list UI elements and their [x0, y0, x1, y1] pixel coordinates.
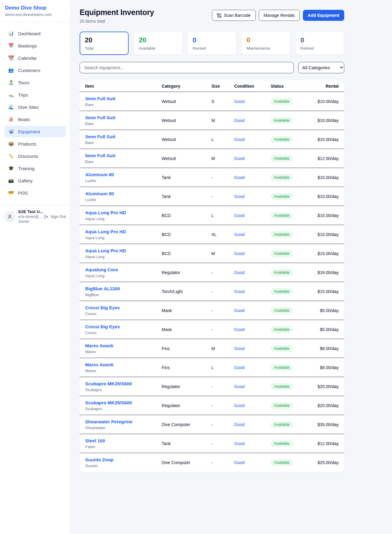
condition-link[interactable]: Good — [234, 346, 245, 351]
item-link[interactable]: 3mm Full Suit — [85, 115, 162, 120]
stat-card-total[interactable]: 20 Total — [80, 32, 129, 55]
item-link[interactable]: Aqua Lung Pro HD — [85, 229, 162, 234]
rental-cell: $20.00/day — [309, 396, 344, 415]
search-input[interactable] — [80, 62, 294, 73]
training-icon: 🎓 — [8, 166, 14, 171]
sidebar-item-equipment[interactable]: 🤿 Equipment — [4, 126, 66, 137]
condition-link[interactable]: Good — [234, 403, 245, 408]
sidebar-item-tours[interactable]: 🏝️ Tours — [4, 77, 66, 88]
sidebar-item-customers[interactable]: 👥 Customers — [4, 64, 66, 76]
status-badge: Available — [271, 459, 293, 466]
condition-link[interactable]: Good — [234, 327, 245, 332]
category-cell: Regulator — [162, 377, 211, 396]
size-cell: M — [211, 149, 234, 168]
products-icon: 📦 — [8, 141, 14, 147]
stat-card-rented[interactable]: 0 Rented — [187, 32, 236, 55]
title-block: Equipment Inventory 20 items total — [80, 8, 154, 24]
column-header-size: Size — [211, 80, 234, 92]
item-link[interactable]: Steel 100 — [85, 438, 162, 443]
item-brand: Aqua Lung — [85, 273, 162, 278]
status-badge: Available — [271, 288, 293, 295]
item-brand: Shearwater — [85, 425, 162, 430]
item-link[interactable]: 3mm Full Suit — [85, 96, 162, 101]
item-brand: Cressi — [85, 311, 162, 316]
condition-link[interactable]: Good — [234, 289, 245, 294]
sidebar-item-label: Discounts — [18, 154, 38, 159]
manage-rentals-button[interactable]: Manage Rentals — [259, 10, 300, 21]
sidebar-item-training[interactable]: 🎓 Training — [4, 162, 66, 174]
condition-link[interactable]: Good — [234, 270, 245, 275]
item-link[interactable]: 5mm Full Suit — [85, 153, 162, 158]
item-link[interactable]: Cressi Big Eyes — [85, 305, 162, 310]
barcode-scan-icon — [217, 13, 221, 18]
item-link[interactable]: Aqua Lung Pro HD — [85, 248, 162, 253]
item-link[interactable]: Aqualung Core — [85, 267, 162, 272]
sidebar-item-dive-sites[interactable]: 🌊 Dive Sites — [4, 101, 66, 113]
condition-link[interactable]: Good — [234, 232, 245, 237]
condition-link[interactable]: Good — [234, 384, 245, 389]
sidebar-item-calendar[interactable]: 📆 Calendar — [4, 52, 66, 64]
category-cell: Fins — [162, 339, 211, 358]
add-equipment-button[interactable]: Add Equipment — [303, 10, 344, 21]
item-link[interactable]: Aluminum 80 — [85, 191, 162, 196]
stat-value: 0 — [300, 36, 339, 44]
item-link[interactable]: Shearwater Peregrine — [85, 419, 162, 424]
condition-link[interactable]: Good — [234, 365, 245, 370]
scan-barcode-label: Scan Barcode — [224, 13, 251, 18]
stat-card-retired[interactable]: 0 Retired — [295, 32, 344, 55]
table-row: Shearwater Peregrine Shearwater Dive Com… — [80, 415, 344, 434]
sidebar-item-dashboard[interactable]: 📊 Dashboard — [4, 28, 66, 39]
item-link[interactable]: Mares Avanti — [85, 362, 162, 367]
equipment-table: Item Category Size Condition Status Rent… — [80, 80, 344, 472]
condition-link[interactable]: Good — [234, 118, 245, 123]
table-row: Cressi Big Eyes Cressi Mask - Good Avail… — [80, 301, 344, 320]
condition-link[interactable]: Good — [234, 460, 245, 465]
item-link[interactable]: 3mm Full Suit — [85, 134, 162, 139]
sidebar-item-discounts[interactable]: 🏷️ Discounts — [4, 150, 66, 162]
condition-link[interactable]: Good — [234, 156, 245, 161]
sidebar-item-products[interactable]: 📦 Products — [4, 138, 66, 150]
condition-link[interactable]: Good — [234, 194, 245, 199]
boats-icon: ⛵ — [8, 116, 14, 122]
item-link[interactable]: Scubapro MK25/S600 — [85, 400, 162, 405]
condition-link[interactable]: Good — [234, 251, 245, 256]
category-select[interactable]: All Categories — [298, 62, 344, 73]
scan-barcode-button[interactable]: Scan Barcode — [212, 10, 256, 21]
bookings-icon: 📅 — [8, 43, 14, 48]
rental-cell: $5.00/day — [309, 320, 344, 339]
item-link[interactable]: Aqua Lung Pro HD — [85, 210, 162, 215]
condition-link[interactable]: Good — [234, 175, 245, 180]
table-row: Mares Avanti Mares Fins L Good Available… — [80, 358, 344, 377]
item-link[interactable]: BigBlue AL1200 — [85, 286, 162, 291]
sidebar-item-pos[interactable]: 💳 POS — [4, 187, 66, 199]
sidebar-item-gallery[interactable]: 📸 Gallery — [4, 175, 66, 186]
item-link[interactable]: Aluminum 80 — [85, 172, 162, 177]
item-link[interactable]: Scubapro MK25/S600 — [85, 381, 162, 386]
condition-link[interactable]: Good — [234, 213, 245, 218]
item-link[interactable]: Suunto Zoop — [85, 457, 162, 462]
size-cell: M — [211, 111, 234, 130]
sidebar-item-boats[interactable]: ⛵ Boats — [4, 113, 66, 125]
column-header-status: Status — [271, 80, 309, 92]
sidebar-item-label: Training — [18, 166, 35, 171]
item-brand: Bare — [85, 159, 162, 164]
condition-link[interactable]: Good — [234, 422, 245, 427]
sidebar-item-bookings[interactable]: 📅 Bookings — [4, 40, 66, 51]
rental-cell: $15.00/day — [309, 244, 344, 263]
condition-link[interactable]: Good — [234, 99, 245, 104]
condition-link[interactable]: Good — [234, 308, 245, 313]
sign-out-button[interactable]: Sign Out — [43, 214, 66, 219]
item-link[interactable]: Mares Avanti — [85, 343, 162, 348]
table-row: Cressi Big Eyes Cressi Mask - Good Avail… — [80, 320, 344, 339]
sidebar-item-trips[interactable]: 🛥️ Trips — [4, 89, 66, 101]
stat-card-available[interactable]: 20 Available — [134, 32, 183, 55]
page-header: Equipment Inventory 20 items total — [80, 8, 344, 24]
stat-card-maintenance[interactable]: 0 Maintenance — [241, 32, 290, 55]
equipment-table-card: Item Category Size Condition Status Rent… — [80, 80, 344, 472]
condition-link[interactable]: Good — [234, 441, 245, 446]
item-brand: Mares — [85, 349, 162, 354]
rental-cell: $10.00/day — [309, 168, 344, 187]
condition-link[interactable]: Good — [234, 137, 245, 142]
item-link[interactable]: Cressi Big Eyes — [85, 324, 162, 329]
table-row: 3mm Full Suit Bare Wetsuit L Good Availa… — [80, 130, 344, 149]
